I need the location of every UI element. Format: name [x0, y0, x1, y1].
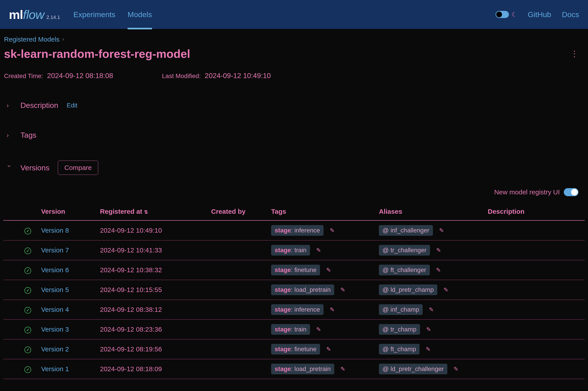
app-version: 2.14.1 — [46, 14, 60, 20]
edit-description-link[interactable]: Edit — [67, 102, 77, 109]
section-tags: › Tags — [3, 131, 585, 139]
logo-text-flow: flow — [23, 7, 44, 22]
more-menu-icon[interactable]: ⋮ — [571, 49, 585, 59]
edit-aliases-icon[interactable]: ✎ — [439, 227, 444, 234]
tab-models[interactable]: Models — [128, 0, 152, 29]
tag-chip[interactable]: stage: train — [271, 324, 310, 335]
created-time-label: Created Time: — [4, 73, 43, 80]
registry-toggle[interactable] — [564, 188, 579, 196]
edit-tags-icon[interactable]: ✎ — [330, 227, 335, 234]
tag-chip[interactable]: stage: finetune — [271, 344, 320, 355]
mlflow-logo[interactable]: ml flow 2.14.1 — [9, 7, 60, 22]
topbar-right: ☾ GitHub Docs — [496, 10, 579, 19]
registered-at-value: 2024-09-12 08:23:36 — [100, 326, 162, 333]
status-ready-icon — [24, 248, 31, 254]
edit-aliases-icon[interactable]: ✎ — [443, 287, 448, 293]
theme-toggle[interactable] — [496, 11, 509, 18]
tag-chip[interactable]: stage: train — [271, 245, 310, 256]
registry-toggle-label: New model registry UI — [494, 188, 560, 196]
col-created-by[interactable]: Created by — [211, 203, 271, 220]
nav-tabs: Experiments Models — [73, 0, 152, 29]
registered-at-value: 2024-09-12 08:18:09 — [100, 365, 162, 373]
tag-chip[interactable]: stage: load_pretrain — [271, 364, 334, 374]
edit-aliases-icon[interactable]: ✎ — [436, 267, 441, 274]
docs-link[interactable]: Docs — [562, 10, 579, 19]
registered-at-value: 2024-09-12 10:15:55 — [100, 286, 162, 293]
col-aliases[interactable]: Aliases — [379, 203, 488, 220]
table-row: Version 72024-09-12 10:41:33stage: train… — [3, 240, 585, 260]
alias-chip[interactable]: @ ft_champ — [379, 344, 420, 355]
registered-at-value: 2024-09-12 10:41:33 — [100, 246, 162, 254]
col-status — [3, 203, 41, 220]
col-version[interactable]: Version — [41, 203, 100, 220]
tag-chip[interactable]: stage: inference — [271, 304, 324, 315]
version-link[interactable]: Version 4 — [41, 306, 69, 313]
status-ready-icon — [24, 327, 31, 333]
edit-tags-icon[interactable]: ✎ — [316, 326, 321, 333]
section-versions: › Versions Compare — [3, 161, 585, 175]
edit-aliases-icon[interactable]: ✎ — [436, 247, 441, 254]
tag-chip[interactable]: stage: finetune — [271, 265, 320, 275]
edit-tags-icon[interactable]: ✎ — [330, 306, 335, 313]
col-tags[interactable]: Tags — [271, 203, 379, 220]
last-modified-value: 2024-09-12 10:49:10 — [205, 72, 271, 80]
breadcrumb: Registered Models › — [3, 36, 585, 43]
chevron-right-icon[interactable]: › — [7, 132, 12, 139]
status-ready-icon — [24, 366, 31, 373]
chevron-right-icon[interactable]: › — [7, 102, 12, 109]
edit-aliases-icon[interactable]: ✎ — [426, 346, 431, 353]
version-link[interactable]: Version 1 — [41, 365, 69, 373]
table-row: Version 42024-09-12 08:38:12stage: infer… — [3, 300, 585, 320]
registered-at-value: 2024-09-12 10:49:10 — [100, 227, 162, 234]
topbar: ml flow 2.14.1 Experiments Models ☾ GitH… — [0, 0, 588, 29]
breadcrumb-root[interactable]: Registered Models — [4, 36, 60, 43]
table-row: Version 82024-09-12 10:49:10stage: infer… — [3, 220, 585, 240]
version-link[interactable]: Version 8 — [41, 227, 69, 234]
version-link[interactable]: Version 3 — [41, 326, 69, 333]
tags-heading: Tags — [20, 131, 36, 139]
versions-heading: Versions — [20, 164, 49, 172]
edit-tags-icon[interactable]: ✎ — [326, 346, 331, 353]
chevron-down-icon[interactable]: › — [6, 165, 13, 170]
github-link[interactable]: GitHub — [528, 10, 551, 19]
status-ready-icon — [24, 307, 31, 314]
edit-tags-icon[interactable]: ✎ — [316, 247, 321, 254]
status-ready-icon — [24, 228, 31, 234]
edit-tags-icon[interactable]: ✎ — [340, 287, 345, 293]
compare-button[interactable]: Compare — [58, 161, 98, 175]
page-title: sk-learn-random-forest-reg-model — [3, 47, 190, 61]
table-row: Version 22024-09-12 08:19:56stage: finet… — [3, 339, 585, 359]
tab-experiments[interactable]: Experiments — [73, 0, 115, 29]
version-link[interactable]: Version 2 — [41, 345, 69, 353]
edit-tags-icon[interactable]: ✎ — [326, 267, 331, 274]
tag-chip[interactable]: stage: inference — [271, 225, 324, 236]
version-link[interactable]: Version 5 — [41, 286, 69, 293]
alias-chip[interactable]: @ ld_pretr_champ — [379, 285, 437, 295]
version-link[interactable]: Version 7 — [41, 246, 69, 254]
edit-aliases-icon[interactable]: ✎ — [429, 306, 434, 313]
edit-aliases-icon[interactable]: ✎ — [426, 326, 431, 333]
alias-chip[interactable]: @ ld_pretr_challenger — [379, 364, 447, 374]
table-row: Version 52024-09-12 10:15:55stage: load_… — [3, 280, 585, 300]
alias-chip[interactable]: @ tr_challenger — [379, 245, 430, 256]
alias-chip[interactable]: @ inf_champ — [379, 304, 423, 315]
col-description[interactable]: Description — [488, 203, 585, 220]
registered-at-value: 2024-09-12 08:38:12 — [100, 306, 162, 313]
section-description: › Description Edit — [3, 101, 585, 110]
edit-aliases-icon[interactable]: ✎ — [453, 366, 458, 373]
col-registered-at[interactable]: Registered at⇅ — [100, 203, 211, 220]
description-heading: Description — [20, 101, 58, 110]
alias-chip[interactable]: @ ft_challenger — [379, 265, 430, 275]
tag-chip[interactable]: stage: load_pretrain — [271, 285, 334, 295]
edit-tags-icon[interactable]: ✎ — [340, 366, 345, 373]
alias-chip[interactable]: @ inf_challenger — [379, 225, 433, 236]
table-row: Version 32024-09-12 08:23:36stage: train… — [3, 320, 585, 339]
status-ready-icon — [24, 347, 31, 353]
meta-row: Created Time: 2024-09-12 08:18:08 Last M… — [3, 72, 585, 80]
alias-chip[interactable]: @ tr_champ — [379, 324, 420, 335]
table-row: Version 12024-09-12 08:18:09stage: load_… — [3, 359, 585, 379]
version-link[interactable]: Version 6 — [41, 266, 69, 274]
created-time-value: 2024-09-12 08:18:08 — [47, 72, 113, 80]
versions-table: Version Registered at⇅ Created by Tags A… — [3, 203, 585, 379]
sort-desc-icon: ⇅ — [144, 209, 148, 215]
